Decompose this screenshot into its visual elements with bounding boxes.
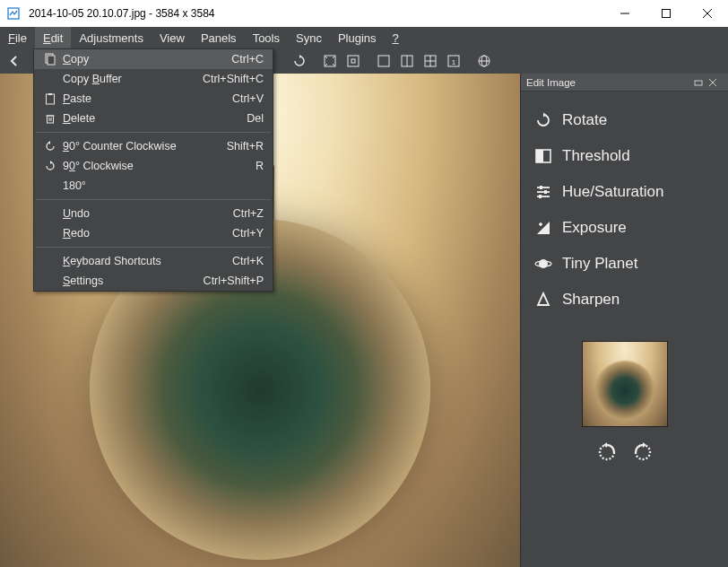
svg-text:1: 1 [452,58,456,66]
edit-dropdown: Copy Ctrl+C Copy Buffer Ctrl+Shift+C Pas… [33,48,273,292]
menu-help[interactable]: ? [385,27,407,48]
toolbar-actual-size[interactable] [342,50,364,72]
maximize-button[interactable] [646,0,687,27]
toolbar-back[interactable] [4,50,25,72]
exposure-icon [533,218,553,238]
svg-rect-35 [540,186,542,189]
app-icon [0,0,27,27]
toolbar-view3[interactable] [420,50,441,72]
sliders-icon [533,182,553,202]
svg-rect-36 [544,190,547,194]
menu-paste[interactable]: Paste Ctrl+V [34,89,273,109]
window-title: 2014-10-05 20.10.07.jpg - 3584 x 3584 [27,7,215,20]
menu-copy[interactable]: Copy Ctrl+C [34,49,273,69]
menu-plugins[interactable]: Plugins [330,27,385,48]
tool-hue-saturation[interactable]: Hue/Saturation [530,174,724,210]
toolbar-globe[interactable] [473,50,495,72]
menu-panels[interactable]: Panels [193,27,245,48]
rotate-cw-icon [41,160,59,172]
rotate-icon [533,110,553,130]
toolbar-view1[interactable] [373,50,394,72]
svg-rect-31 [536,150,543,162]
thumb-rotate-cw[interactable] [629,440,656,465]
menu-tools[interactable]: Tools [245,27,288,48]
paste-icon [41,92,59,105]
menu-keyboard-shortcuts[interactable]: Keyboard Shortcuts Ctrl+K [34,251,273,271]
panel-undock-icon[interactable] [694,78,708,87]
minimize-button[interactable] [604,0,646,27]
menu-settings[interactable]: Settings Ctrl+Shift+P [34,271,273,291]
delete-icon [41,112,59,125]
toolbar-fit[interactable] [319,50,341,72]
toolbar-view4[interactable]: 1 [443,50,464,72]
tool-threshold[interactable]: Threshold [530,138,724,174]
sharpen-icon [533,290,553,310]
svg-rect-9 [48,116,54,123]
close-button[interactable] [687,0,728,27]
menu-sync[interactable]: Sync [288,27,330,48]
threshold-icon [533,146,553,166]
menubar: File Edit Adjustments View Panels Tools … [0,27,728,48]
menu-rotate-180[interactable]: 180° [34,176,273,196]
svg-rect-27 [695,81,702,85]
thumb-rotate-ccw[interactable] [594,440,620,465]
menu-delete[interactable]: Delete Del [34,109,273,128]
svg-rect-15 [351,59,355,63]
tool-tiny-planet[interactable]: Tiny Planet [530,246,724,282]
menu-rotate-ccw[interactable]: 90° Counter Clockwise Shift+R [34,136,273,156]
menu-redo[interactable]: Redo Ctrl+Y [34,223,273,243]
toolbar-refresh[interactable] [289,50,310,72]
copy-icon [41,53,59,65]
planet-icon [533,254,553,274]
menu-copy-buffer[interactable]: Copy Buffer Ctrl+Shift+C [34,69,273,89]
tool-rotate[interactable]: Rotate [530,102,724,138]
menu-adjustments[interactable]: Adjustments [71,27,152,48]
rotate-ccw-icon [41,140,59,153]
menu-file[interactable]: File [0,27,35,48]
tool-exposure[interactable]: Exposure [530,210,724,246]
edit-image-panel: Edit Image Rotate [520,74,728,567]
svg-rect-2 [663,9,671,17]
thumbnail-preview [582,341,668,427]
svg-rect-6 [48,56,55,65]
menu-view[interactable]: View [152,27,193,48]
menu-undo[interactable]: Undo Ctrl+Z [34,204,273,223]
menu-rotate-cw[interactable]: 90° Clockwise R [34,156,273,176]
svg-rect-7 [47,94,55,104]
svg-rect-8 [48,93,52,95]
panel-title: Edit Image [526,77,694,88]
svg-rect-16 [378,56,389,66]
svg-rect-37 [539,195,542,198]
panel-close-icon[interactable] [708,78,723,87]
tool-sharpen[interactable]: Sharpen [530,282,724,318]
titlebar: 2014-10-05 20.10.07.jpg - 3584 x 3584 [0,0,728,27]
svg-rect-14 [348,56,359,66]
menu-edit[interactable]: Edit [35,27,71,48]
toolbar-view2[interactable] [396,50,418,72]
